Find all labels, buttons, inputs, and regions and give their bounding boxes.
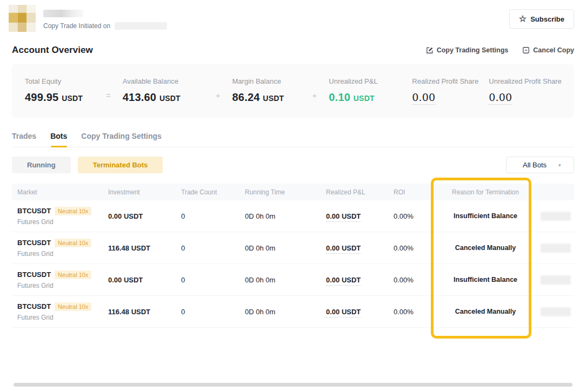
terminated-bots-table: Market Investment Trade Count Running Ti…	[12, 184, 574, 328]
subscribe-label: Subscribe	[530, 15, 564, 23]
column-roi: ROI	[394, 188, 437, 196]
roi-cell: 0.00%	[394, 276, 437, 284]
table-row: BTCUSDTNeutral 10x Futures Grid 0.00 USD…	[12, 200, 574, 232]
column-reason-for-termination: Reason for Termination	[437, 188, 534, 196]
leverage-badge: Neutral 10x	[55, 271, 91, 279]
bot-type-dropdown[interactable]: All Bots ▾	[506, 157, 574, 173]
trader-meta: Copy Trade Initiated on	[43, 5, 167, 30]
initiated-date-blurred	[115, 22, 167, 30]
stat-total-equity: Total Equity 499.95 USDT	[25, 77, 94, 104]
realized-pnl-cell: 0.00 USDT	[326, 244, 394, 252]
trader-name-blurred	[43, 10, 83, 17]
investment-cell: 116.48 USDT	[108, 244, 181, 252]
running-time-cell: 0D 0h 0m	[245, 308, 326, 316]
running-time-cell: 0D 0h 0m	[245, 212, 326, 220]
blurred-action-link[interactable]	[541, 307, 571, 316]
running-time-cell: 0D 0h 0m	[245, 244, 326, 252]
termination-reason-cell: Insufficient Balance	[437, 212, 534, 220]
trade-count-cell: 0	[181, 308, 245, 316]
trader-header: Copy Trade Initiated on ☆ Subscribe	[12, 0, 574, 32]
trader-avatar-blurred	[9, 5, 36, 32]
tab-bots[interactable]: Bots	[50, 132, 67, 147]
realized-pnl-cell: 0.00 USDT	[326, 212, 394, 220]
account-stats-bar: Total Equity 499.95 USDT = Available Bal…	[12, 64, 574, 118]
unrealized-profit-share-value[interactable]: 0.00	[489, 91, 512, 105]
column-market: Market	[12, 188, 108, 196]
stat-available-balance: Available Balance 413.60 USDT	[123, 77, 204, 104]
running-time-cell: 0D 0h 0m	[245, 276, 326, 284]
roi-cell: 0.00%	[394, 308, 437, 316]
stat-unrealized-profit-share: Unrealized Profit Share 0.00	[489, 77, 565, 103]
star-icon: ☆	[519, 15, 527, 23]
copy-trading-page: Copy Trade Initiated on ☆ Subscribe Acco…	[0, 0, 586, 328]
tab-copy-trading-settings[interactable]: Copy Trading Settings	[81, 132, 162, 147]
realized-pnl-cell: 0.00 USDT	[326, 276, 394, 284]
table-row: BTCUSDTNeutral 10x Futures Grid 116.48 U…	[12, 232, 574, 264]
stat-unrealized-pnl: Unrealized P&L 0.10 USDT	[329, 77, 392, 104]
leverage-badge: Neutral 10x	[55, 207, 91, 215]
investment-cell: 116.48 USDT	[108, 308, 181, 316]
market-type: Futures Grid	[17, 218, 108, 226]
horizontal-scrollbar[interactable]	[14, 383, 572, 387]
plus-operator: +	[216, 91, 221, 100]
roi-cell: 0.00%	[394, 212, 437, 220]
copy-trading-settings-label: Copy Trading Settings	[437, 46, 509, 54]
leverage-badge: Neutral 10x	[55, 302, 91, 311]
action-cell	[534, 307, 574, 316]
stat-margin-balance: Margin Balance 86.24 USDT	[232, 77, 301, 104]
blurred-action-link[interactable]	[541, 275, 571, 285]
table-header-row: Market Investment Trade Count Running Ti…	[12, 184, 574, 200]
bots-filter-row: Running Terminated Bots All Bots ▾	[12, 157, 574, 173]
action-cell	[534, 244, 574, 253]
termination-reason-cell: Canceled Manually	[437, 244, 534, 252]
overview-header-row: Account Overview Copy Trading Settings C…	[12, 45, 574, 56]
market-cell: BTCUSDTNeutral 10x Futures Grid	[12, 239, 108, 258]
stat-realized-profit-share: Realized Profit Share 0.00	[412, 77, 489, 103]
trade-count-cell: 0	[181, 276, 245, 284]
pair-symbol: BTCUSDT	[17, 302, 51, 310]
column-running-time: Running Time	[245, 188, 326, 196]
cancel-copy-button[interactable]: Cancel Copy	[522, 46, 574, 54]
termination-reason-cell: Insufficient Balance	[437, 276, 534, 283]
market-type: Futures Grid	[17, 314, 108, 321]
market-type: Futures Grid	[17, 250, 108, 258]
trade-count-cell: 0	[181, 244, 245, 252]
termination-reason-cell: Canceled Manually	[437, 308, 534, 315]
page-title: Account Overview	[12, 45, 93, 56]
investment-cell: 0.00 USDT	[108, 276, 181, 284]
equals-operator: =	[106, 91, 111, 100]
market-cell: BTCUSDTNeutral 10x Futures Grid	[12, 271, 108, 289]
leverage-badge: Neutral 10x	[55, 239, 91, 247]
subscribe-button[interactable]: ☆ Subscribe	[509, 9, 574, 29]
blurred-action-link[interactable]	[541, 244, 571, 253]
column-realized-pnl: Realized P&L	[326, 188, 394, 196]
section-tabs: Trades Bots Copy Trading Settings	[12, 132, 574, 147]
copy-trade-initiated-label: Copy Trade Initiated on	[43, 22, 110, 30]
plus-operator: +	[312, 91, 317, 100]
tab-trades[interactable]: Trades	[12, 132, 36, 147]
trade-count-cell: 0	[181, 212, 245, 220]
roi-cell: 0.00%	[394, 244, 437, 252]
market-type: Futures Grid	[17, 282, 108, 289]
action-cell	[534, 275, 574, 285]
realized-profit-share-value[interactable]: 0.00	[412, 91, 435, 105]
market-cell: BTCUSDTNeutral 10x Futures Grid	[12, 302, 108, 321]
terminated-bots-filter-button[interactable]: Terminated Bots	[78, 157, 163, 173]
pair-symbol: BTCUSDT	[17, 207, 51, 215]
investment-cell: 0.00 USDT	[108, 212, 181, 220]
realized-pnl-cell: 0.00 USDT	[326, 308, 394, 316]
pair-symbol: BTCUSDT	[17, 239, 51, 247]
bot-type-dropdown-value: All Bots	[523, 161, 547, 169]
table-row: BTCUSDTNeutral 10x Futures Grid 0.00 USD…	[12, 264, 574, 296]
pair-symbol: BTCUSDT	[17, 271, 51, 279]
edit-icon	[426, 46, 434, 54]
running-filter-button[interactable]: Running	[12, 157, 71, 173]
cancel-copy-label: Cancel Copy	[533, 46, 574, 54]
minus-square-icon	[522, 46, 530, 54]
chevron-down-icon: ▾	[558, 163, 561, 168]
blurred-action-link[interactable]	[541, 212, 571, 221]
table-row: BTCUSDTNeutral 10x Futures Grid 116.48 U…	[12, 296, 574, 328]
market-cell: BTCUSDTNeutral 10x Futures Grid	[12, 207, 108, 226]
action-cell	[534, 212, 574, 221]
copy-trading-settings-button[interactable]: Copy Trading Settings	[426, 46, 509, 54]
